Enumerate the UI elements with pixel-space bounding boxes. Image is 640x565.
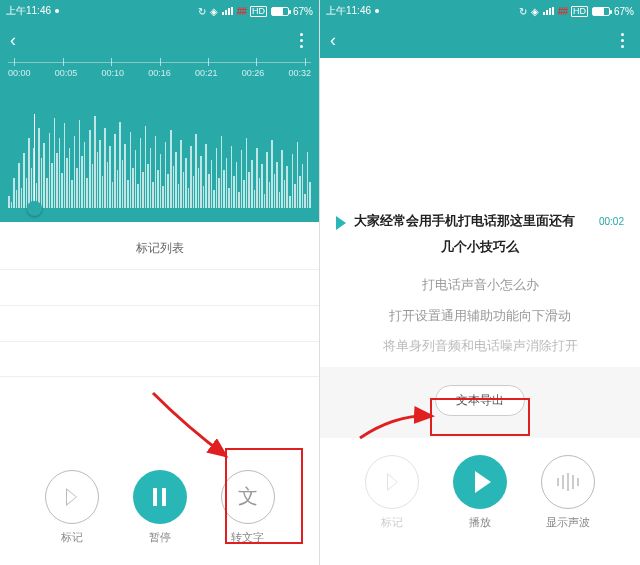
- status-dot-icon: [55, 9, 59, 13]
- bottom-controls: 标记 暂停 文 转文字: [0, 453, 319, 565]
- list-item[interactable]: [0, 269, 319, 305]
- sync-icon: ↻: [519, 6, 527, 17]
- play-icon: [475, 471, 491, 493]
- back-icon[interactable]: ‹: [330, 30, 336, 51]
- status-bar: 上午11:46 ↻ ◈ ## HD 67%: [320, 0, 640, 22]
- pause-button[interactable]: 暂停: [133, 470, 187, 545]
- timeline-ruler: [8, 58, 311, 68]
- header: ‹: [320, 22, 640, 58]
- text-glyph-icon: 文: [238, 483, 258, 510]
- export-text-button[interactable]: 文本导出: [435, 385, 525, 416]
- pause-icon: [153, 488, 166, 506]
- overflow-menu-icon[interactable]: [294, 27, 309, 54]
- phone-right: 上午11:46 ↻ ◈ ## HD 67% ‹ 大家经常会用手机打电话那这里面还…: [320, 0, 640, 565]
- wifi-icon: ◈: [210, 6, 218, 17]
- export-row: 文本导出: [320, 367, 640, 438]
- bottom-controls: 标记 播放 显示声波: [320, 438, 640, 550]
- flag-icon: [68, 489, 78, 505]
- header: ‹: [0, 22, 319, 58]
- status-time: 上午11:46: [6, 4, 51, 18]
- transcript-line[interactable]: 打电话声音小怎么办: [336, 270, 624, 301]
- mark-list-title: 标记列表: [0, 222, 319, 269]
- status-time: 上午11:46: [326, 4, 371, 18]
- play-button[interactable]: 播放: [453, 455, 507, 530]
- show-wave-button[interactable]: 显示声波: [541, 455, 595, 530]
- waveform-icon: [557, 473, 579, 491]
- hd-badge: HD: [571, 6, 588, 17]
- mark-list: 标记列表: [0, 222, 319, 453]
- back-icon[interactable]: ‹: [10, 30, 16, 51]
- transcript-timestamp: 00:02: [599, 212, 624, 227]
- transcript: 大家经常会用手机打电话那这里面还有 00:02 几个小技巧么 打电话声音小怎么办…: [320, 204, 640, 367]
- transcript-line[interactable]: 打开设置通用辅助功能向下滑动: [336, 301, 624, 332]
- battery-pct: 67%: [614, 6, 634, 17]
- status-bar: 上午11:46 ↻ ◈ ## HD 67%: [0, 0, 319, 22]
- hd-badge: HD: [250, 6, 267, 17]
- transcript-line[interactable]: 将单身列音频和电话噪声消除打开: [336, 332, 624, 367]
- timeline-labels: 00:0000:0500:1000:1600:2100:2600:32: [0, 68, 319, 82]
- list-item[interactable]: [0, 305, 319, 341]
- mark-button[interactable]: 标记: [45, 470, 99, 545]
- signal-icon: [543, 7, 554, 15]
- battery-pct: 67%: [293, 6, 313, 17]
- play-indicator-icon[interactable]: [336, 216, 346, 230]
- transcript-current-line[interactable]: 大家经常会用手机打电话那这里面还有: [354, 212, 591, 230]
- phone-left: 上午11:46 ↻ ◈ ## HD 67% ‹ 00:000: [0, 0, 320, 565]
- wifi-icon: ◈: [531, 6, 539, 17]
- sync-icon: ↻: [198, 6, 206, 17]
- waveform-area[interactable]: 00:0000:0500:1000:1600:2100:2600:32: [0, 58, 319, 222]
- waveform: [0, 88, 319, 208]
- blank-area: [320, 58, 640, 204]
- transcript-current-line-2[interactable]: 几个小技巧么: [336, 232, 624, 270]
- flag-icon: [389, 474, 399, 490]
- battery-icon: [592, 7, 610, 16]
- to-text-button[interactable]: 文 转文字: [221, 470, 275, 545]
- playhead-knob[interactable]: [27, 201, 42, 216]
- carrier-icon: ##: [558, 6, 567, 17]
- carrier-icon: ##: [237, 6, 246, 17]
- battery-icon: [271, 7, 289, 16]
- mark-button-disabled: 标记: [365, 455, 419, 530]
- status-dot-icon: [375, 9, 379, 13]
- overflow-menu-icon[interactable]: [615, 27, 630, 54]
- list-item[interactable]: [0, 341, 319, 377]
- signal-icon: [222, 7, 233, 15]
